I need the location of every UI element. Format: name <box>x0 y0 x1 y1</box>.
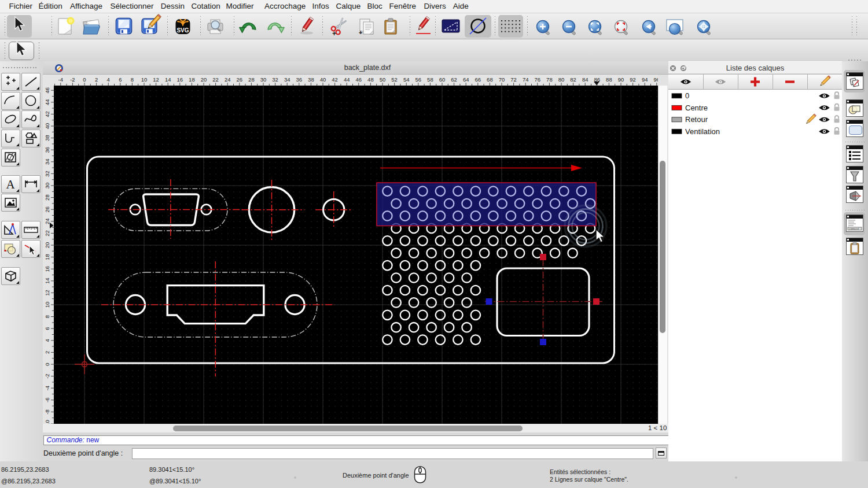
svg-text:62: 62 <box>451 76 457 83</box>
svg-text:-4: -4 <box>58 76 63 83</box>
svg-text:28: 28 <box>248 76 255 83</box>
svg-text:12: 12 <box>153 76 159 83</box>
svg-text:4: 4 <box>107 76 110 83</box>
svg-text:4: 4 <box>44 339 50 342</box>
svg-text:66: 66 <box>475 76 481 83</box>
svg-text:56: 56 <box>415 76 422 83</box>
svg-text:36: 36 <box>296 76 303 83</box>
svg-text:2: 2 <box>44 351 50 354</box>
svg-text:50: 50 <box>380 76 386 83</box>
svg-text:54: 54 <box>403 76 410 83</box>
svg-text:24: 24 <box>225 76 231 83</box>
svg-text:76: 76 <box>535 76 541 83</box>
svg-text:92: 92 <box>630 76 636 83</box>
svg-text:80: 80 <box>558 76 565 83</box>
svg-text:42: 42 <box>44 111 50 117</box>
svg-text:-4: -4 <box>44 386 50 390</box>
svg-text:78: 78 <box>546 76 553 83</box>
svg-text:40: 40 <box>44 123 50 130</box>
svg-text:20: 20 <box>201 76 207 83</box>
svg-text:88: 88 <box>606 76 612 83</box>
svg-text:60: 60 <box>439 76 446 83</box>
svg-text:30: 30 <box>44 183 50 189</box>
svg-text:SVG: SVG <box>176 27 189 34</box>
svg-text:8: 8 <box>44 315 50 318</box>
svg-text:48: 48 <box>367 76 374 83</box>
svg-text:74: 74 <box>523 76 529 83</box>
svg-text:24: 24 <box>44 219 50 225</box>
svg-text:44: 44 <box>44 99 50 106</box>
svg-text:Retour: Retour <box>685 115 708 124</box>
svg-text:28: 28 <box>44 194 50 201</box>
svg-text:0: 0 <box>685 91 689 100</box>
svg-text:A: A <box>6 178 15 191</box>
svg-text:10: 10 <box>44 302 50 308</box>
svg-text:46: 46 <box>44 87 50 94</box>
svg-text:-8: -8 <box>44 409 50 414</box>
svg-text:90: 90 <box>618 76 624 83</box>
svg-text:16: 16 <box>177 76 183 83</box>
svg-text:72: 72 <box>510 76 517 83</box>
svg-text:44: 44 <box>344 76 350 83</box>
svg-text:+: + <box>332 29 336 38</box>
svg-text:34: 34 <box>44 159 50 165</box>
svg-text:10: 10 <box>141 76 148 83</box>
svg-text:22: 22 <box>44 230 50 236</box>
svg-text:12: 12 <box>44 290 50 296</box>
svg-text:82: 82 <box>570 76 576 83</box>
svg-text:2: 2 <box>95 76 98 83</box>
svg-text:70: 70 <box>499 76 505 83</box>
svg-text:58: 58 <box>427 76 433 83</box>
svg-text:20: 20 <box>44 242 50 249</box>
svg-text:0: 0 <box>83 76 86 83</box>
svg-text:40: 40 <box>320 76 326 83</box>
svg-text:94: 94 <box>642 76 648 83</box>
svg-text:32: 32 <box>272 76 278 83</box>
svg-text:-2: -2 <box>44 374 50 378</box>
svg-text:18: 18 <box>189 76 195 83</box>
svg-text:30: 30 <box>260 76 267 83</box>
svg-text:+: + <box>359 29 362 36</box>
svg-text:36: 36 <box>44 147 50 153</box>
svg-text:6: 6 <box>44 327 50 330</box>
svg-text:8: 8 <box>131 76 134 83</box>
svg-text:26: 26 <box>237 76 243 83</box>
svg-text:38: 38 <box>308 76 314 83</box>
svg-text:64: 64 <box>463 76 469 83</box>
svg-text:42: 42 <box>332 76 338 83</box>
svg-text:-10: -10 <box>44 420 50 424</box>
svg-text:16: 16 <box>44 266 50 272</box>
svg-text:Centre: Centre <box>685 103 708 112</box>
svg-text:0: 0 <box>44 363 50 365</box>
svg-text:46: 46 <box>356 76 362 83</box>
svg-text:command: command <box>849 228 859 230</box>
svg-text:52: 52 <box>391 76 398 83</box>
svg-text:14: 14 <box>44 278 50 284</box>
svg-text:Ventilation: Ventilation <box>685 127 720 136</box>
svg-text:-2: -2 <box>70 76 75 83</box>
svg-text:6: 6 <box>119 76 122 83</box>
svg-text:84: 84 <box>582 76 589 83</box>
svg-text:96: 96 <box>654 76 658 83</box>
svg-text:14: 14 <box>165 76 171 83</box>
svg-text:-6: -6 <box>44 398 50 402</box>
svg-text:34: 34 <box>284 76 290 83</box>
svg-text:38: 38 <box>44 135 50 141</box>
svg-text:68: 68 <box>487 76 493 83</box>
svg-text:26: 26 <box>44 206 50 213</box>
svg-text:22: 22 <box>212 76 219 83</box>
svg-text:18: 18 <box>44 254 50 260</box>
svg-text:32: 32 <box>44 171 50 177</box>
